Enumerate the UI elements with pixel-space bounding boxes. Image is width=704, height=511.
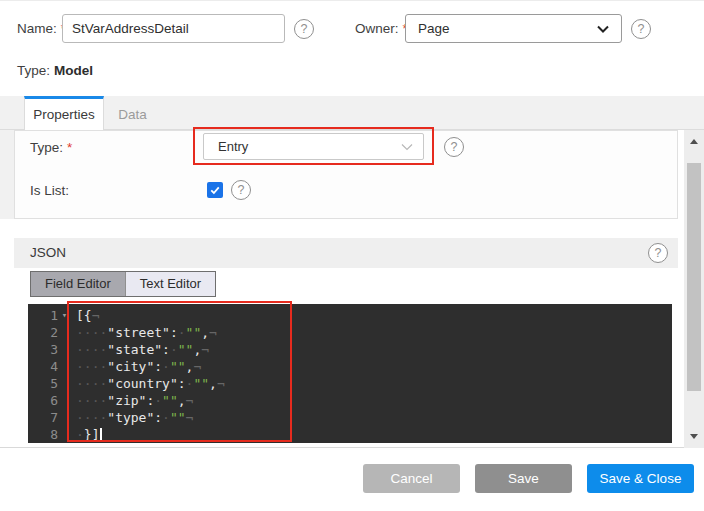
code-segment: "": [170, 410, 186, 425]
code-segment: ····: [76, 325, 107, 340]
code-segment: [{: [76, 308, 92, 323]
code-segment: ,: [209, 376, 217, 391]
code-line: 1▾[{¬: [28, 307, 672, 324]
code-line: 8·}]: [28, 426, 672, 443]
help-icon[interactable]: ?: [631, 19, 651, 39]
field-editor-button[interactable]: Field Editor: [31, 272, 125, 296]
vertical-scrollbar[interactable]: [684, 130, 704, 448]
line-number: 2: [28, 324, 58, 341]
code-text: ····"zip":·"",¬: [76, 392, 193, 409]
line-number: 4: [28, 358, 58, 375]
checkmark-icon: [209, 184, 221, 196]
line-number: 3: [28, 341, 58, 358]
type-label-text: Type:: [17, 63, 50, 78]
line-number: 7: [28, 409, 58, 426]
code-line: 5····"country":·"",¬: [28, 375, 672, 392]
fold-gutter: [58, 375, 71, 392]
editor-mode-toggle: Field Editor Text Editor: [30, 271, 216, 297]
content-footer-divider: [0, 447, 704, 448]
fold-gutter: [58, 392, 71, 409]
question-mark-glyph: ?: [655, 247, 662, 260]
code-segment: "state":: [107, 342, 170, 357]
scrollbar-thumb[interactable]: [687, 163, 701, 391]
code-text: ····"type":·""¬: [76, 409, 193, 426]
help-icon[interactable]: ?: [231, 180, 251, 200]
question-mark-glyph: ?: [238, 184, 245, 197]
code-segment: "": [170, 359, 186, 374]
code-text: ····"country":·"",¬: [76, 375, 225, 392]
code-segment: ·: [162, 410, 170, 425]
json-section-header: JSON ?: [14, 238, 678, 268]
code-text: ····"city":·"",¬: [76, 358, 201, 375]
code-segment: ····: [76, 393, 107, 408]
line-number: 5: [28, 375, 58, 392]
fold-gutter: [58, 341, 71, 358]
save-and-close-button[interactable]: Save & Close: [587, 464, 694, 493]
fold-arrow-icon[interactable]: ▾: [58, 307, 71, 324]
code-line: 3····"state":·"",¬: [28, 341, 672, 358]
code-segment: ····: [76, 342, 107, 357]
type-dropdown[interactable]: Entry: [203, 133, 424, 160]
is-list-label: Is List:: [30, 183, 69, 198]
help-icon[interactable]: ?: [444, 137, 464, 157]
code-segment: ·: [154, 393, 162, 408]
prop-type-label: Type:*: [30, 140, 72, 155]
help-icon[interactable]: ?: [294, 19, 314, 39]
code-segment: ¬: [201, 342, 209, 357]
tab-properties-label: Properties: [33, 107, 95, 122]
code-segment: ¬: [186, 410, 194, 425]
prop-type-label-text: Type:: [30, 140, 63, 155]
code-segment: ,: [201, 325, 209, 340]
code-segment: "country":: [107, 376, 185, 391]
is-list-checkbox[interactable]: [207, 182, 223, 198]
scroll-up-arrow-icon[interactable]: [690, 139, 698, 144]
required-asterisk: *: [67, 140, 72, 155]
variable-editor-dialog: Name:* ? Owner:* Page ? Type:Model Prope…: [0, 0, 704, 511]
type-value-text: Model: [54, 63, 93, 78]
code-line: 2····"street":·"",¬: [28, 324, 672, 341]
code-segment: ¬: [186, 393, 194, 408]
code-segment: ¬: [209, 325, 217, 340]
tab-properties[interactable]: Properties: [24, 96, 104, 130]
save-button[interactable]: Save: [475, 464, 572, 493]
code-text: ····"state":·"",¬: [76, 341, 209, 358]
line-number: 1: [28, 307, 58, 324]
code-segment: ,: [178, 393, 186, 408]
owner-label-text: Owner:: [355, 21, 399, 36]
scroll-down-arrow-icon[interactable]: [690, 434, 698, 439]
code-segment: "": [162, 393, 178, 408]
question-mark-glyph: ?: [451, 141, 458, 154]
code-line: 7····"type":·""¬: [28, 409, 672, 426]
code-lines: 1▾[{¬2····"street":·"",¬3····"state":·""…: [28, 307, 672, 443]
code-line: 6····"zip":·"",¬: [28, 392, 672, 409]
fold-gutter: [58, 324, 71, 341]
cancel-button[interactable]: Cancel: [363, 464, 460, 493]
chevron-down-icon: [597, 25, 609, 33]
line-number: 6: [28, 392, 58, 409]
text-editor-button[interactable]: Text Editor: [125, 272, 215, 296]
code-segment: ····: [76, 359, 107, 374]
code-segment: ·: [162, 359, 170, 374]
chevron-down-icon: [401, 143, 413, 151]
code-segment: ¬: [217, 376, 225, 391]
code-segment: ·: [178, 325, 186, 340]
code-text: ····"street":·"",¬: [76, 324, 217, 341]
code-segment: ·: [76, 427, 84, 442]
code-segment: "type":: [107, 410, 162, 425]
question-mark-glyph: ?: [638, 23, 645, 36]
panel-left-margin: [0, 130, 14, 219]
code-segment: "street":: [107, 325, 177, 340]
code-segment: "": [178, 342, 194, 357]
name-label: Name:*: [17, 21, 66, 36]
name-input[interactable]: [62, 14, 285, 43]
json-code-editor[interactable]: 1▾[{¬2····"street":·"",¬3····"state":·""…: [28, 304, 672, 443]
code-segment: ¬: [193, 359, 201, 374]
tab-data[interactable]: Data: [104, 99, 161, 130]
owner-select[interactable]: Page: [405, 14, 622, 43]
question-mark-glyph: ?: [301, 23, 308, 36]
text-cursor: [100, 428, 102, 441]
help-icon[interactable]: ?: [648, 243, 668, 263]
code-segment: "": [193, 376, 209, 391]
fold-gutter: [58, 358, 71, 375]
code-segment: ·: [170, 342, 178, 357]
